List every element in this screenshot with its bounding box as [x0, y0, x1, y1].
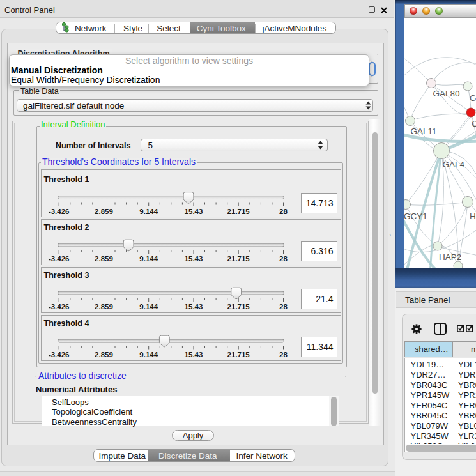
svg-text:15.43: 15.43	[185, 303, 203, 311]
svg-text:21.715: 21.715	[227, 255, 250, 263]
svg-text:C: C	[472, 119, 476, 128]
svg-text:GAL4: GAL4	[442, 160, 464, 169]
svg-text:-3.426: -3.426	[49, 207, 70, 215]
svg-text:28: 28	[279, 207, 288, 215]
svg-text:9.144: 9.144	[139, 351, 158, 358]
svg-text:21.715: 21.715	[227, 351, 250, 358]
svg-text:21.715: 21.715	[227, 207, 250, 215]
svg-text:15.43: 15.43	[185, 207, 203, 215]
svg-text:21.715: 21.715	[227, 303, 250, 311]
svg-text:HAP2: HAP2	[439, 252, 461, 262]
svg-text:H: H	[470, 211, 476, 221]
svg-text:GAL11: GAL11	[410, 127, 436, 136]
svg-text:28: 28	[279, 303, 288, 311]
svg-text:15.43: 15.43	[185, 255, 203, 263]
svg-text:9.144: 9.144	[139, 303, 158, 311]
svg-text:GCY1: GCY1	[404, 211, 427, 221]
svg-text:9.144: 9.144	[139, 255, 158, 263]
svg-text:2.859: 2.859	[95, 351, 113, 358]
svg-text:G: G	[470, 93, 476, 103]
svg-text:15.43: 15.43	[185, 351, 203, 358]
svg-text:-3.426: -3.426	[49, 255, 70, 263]
svg-text:GAL80: GAL80	[433, 89, 459, 98]
svg-text:2.859: 2.859	[95, 255, 113, 263]
svg-text:9.144: 9.144	[139, 207, 158, 215]
svg-text:-3.426: -3.426	[49, 351, 70, 358]
svg-text:2.859: 2.859	[95, 207, 113, 215]
svg-text:2.859: 2.859	[95, 303, 113, 311]
svg-text:28: 28	[279, 255, 288, 263]
svg-text:-3.426: -3.426	[49, 303, 70, 311]
svg-text:28: 28	[279, 351, 288, 358]
